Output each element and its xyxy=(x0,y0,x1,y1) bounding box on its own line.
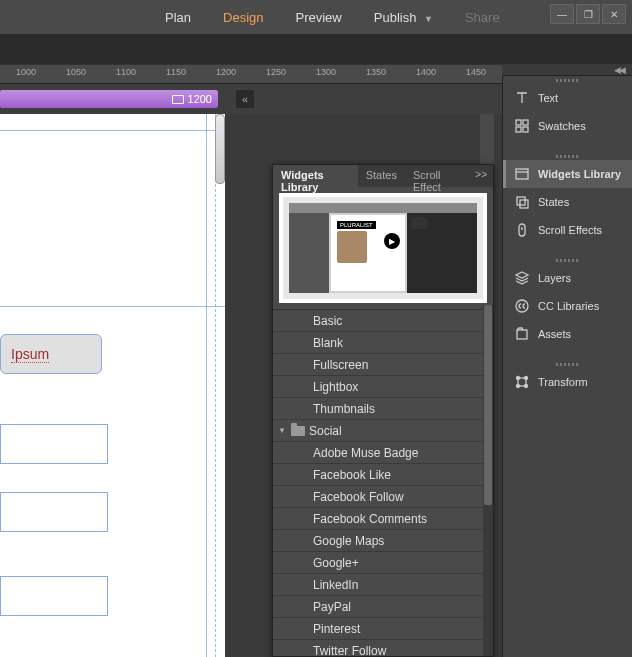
widget-item[interactable]: Basic xyxy=(273,310,493,332)
widget-item-label: Facebook Comments xyxy=(313,512,427,526)
tab-widgets-library[interactable]: Widgets Library xyxy=(273,165,358,187)
svg-point-15 xyxy=(517,385,520,388)
guide-line[interactable] xyxy=(206,114,207,657)
ruler-tick: 1400 xyxy=(416,67,436,77)
dock-panel-text[interactable]: Text xyxy=(503,84,632,112)
widget-item[interactable]: Blank xyxy=(273,332,493,354)
panel-group-grip[interactable] xyxy=(503,256,632,264)
menu-design[interactable]: Design xyxy=(223,10,263,25)
disclosure-triangle-icon: ▼ xyxy=(277,426,287,435)
ruler-tick: 1200 xyxy=(216,67,236,77)
svg-rect-2 xyxy=(516,127,521,132)
menu-publish[interactable]: Publish ▼ xyxy=(374,10,433,25)
canvas-edge-handle[interactable] xyxy=(215,114,225,184)
dock-panel-label: States xyxy=(538,196,569,208)
dock-panel-swatches[interactable]: Swatches xyxy=(503,112,632,140)
minimize-button[interactable]: — xyxy=(550,4,574,24)
panel-separator xyxy=(503,396,632,408)
svg-rect-0 xyxy=(516,120,521,125)
scrollbar-thumb[interactable] xyxy=(484,305,492,505)
dock-panel-widgets-library[interactable]: Widgets Library xyxy=(503,160,632,188)
widget-item-label: Lightbox xyxy=(313,380,358,394)
layers-icon xyxy=(514,270,530,286)
svg-rect-6 xyxy=(517,197,525,205)
dock-panel-label: CC Libraries xyxy=(538,300,599,312)
empty-frame[interactable] xyxy=(0,492,108,532)
selected-text-frame[interactable]: Ipsum xyxy=(0,334,102,374)
panel-group-grip[interactable] xyxy=(503,360,632,368)
tab-states[interactable]: States xyxy=(358,165,405,187)
dock-panel-states[interactable]: States xyxy=(503,188,632,216)
ruler-tick: 1350 xyxy=(366,67,386,77)
menu-share: Share xyxy=(465,10,500,25)
widget-item[interactable]: Google+ xyxy=(273,552,493,574)
restore-button[interactable]: ❐ xyxy=(576,4,600,24)
panel-flyout-button[interactable]: >> xyxy=(469,165,493,187)
widget-item[interactable]: Pinterest xyxy=(273,618,493,640)
swatches-icon xyxy=(514,118,530,134)
widget-item[interactable]: LinkedIn xyxy=(273,574,493,596)
widget-item[interactable]: Facebook Like xyxy=(273,464,493,486)
collapse-chevrons-icon: ◀◀ xyxy=(614,65,624,75)
guide-line[interactable] xyxy=(215,114,216,657)
widget-item-label: Facebook Follow xyxy=(313,490,404,504)
widget-preview: PLURALIST ▶ xyxy=(279,193,487,303)
widgets-icon xyxy=(514,166,530,182)
guide-line[interactable] xyxy=(0,306,225,307)
empty-frame[interactable] xyxy=(0,424,108,464)
dock-panel-scroll-effects[interactable]: Scroll Effects xyxy=(503,216,632,244)
widgets-scrollbar[interactable] xyxy=(483,305,493,656)
desktop-icon xyxy=(172,95,184,104)
svg-rect-3 xyxy=(523,127,528,132)
empty-frame[interactable] xyxy=(0,576,108,616)
widget-category[interactable]: ▼Social xyxy=(273,420,493,442)
widget-item[interactable]: Facebook Comments xyxy=(273,508,493,530)
transform-icon xyxy=(514,374,530,390)
widget-item[interactable]: Google Maps xyxy=(273,530,493,552)
guide-line[interactable] xyxy=(0,130,225,131)
tab-scroll-effect[interactable]: Scroll Effect xyxy=(405,165,469,187)
widget-item[interactable]: Adobe Muse Badge xyxy=(273,442,493,464)
widget-item[interactable]: Lightbox xyxy=(273,376,493,398)
dock-collapse-row[interactable]: ◀◀ xyxy=(502,64,632,76)
widget-item[interactable]: Fullscreen xyxy=(273,354,493,376)
widget-item-label: Adobe Muse Badge xyxy=(313,446,418,460)
menu-plan[interactable]: Plan xyxy=(165,10,191,25)
breakpoint-collapse-button[interactable]: « xyxy=(236,90,254,108)
svg-point-10 xyxy=(516,300,528,312)
menu-preview[interactable]: Preview xyxy=(296,10,342,25)
close-button[interactable]: ✕ xyxy=(602,4,626,24)
breakpoint-segment[interactable]: 1200 xyxy=(0,90,218,108)
svg-rect-7 xyxy=(520,200,528,208)
panel-separator xyxy=(503,244,632,256)
dock-panel-label: Assets xyxy=(538,328,571,340)
design-canvas[interactable]: Ipsum xyxy=(0,114,225,657)
horizontal-ruler[interactable]: 1000105011001150120012501300135014001450 xyxy=(0,64,502,84)
svg-point-13 xyxy=(517,377,520,380)
breakpoint-label: 1200 xyxy=(188,93,212,105)
scroll-icon xyxy=(514,222,530,238)
dock-panel-transform[interactable]: Transform xyxy=(503,368,632,396)
widget-item-label: PayPal xyxy=(313,600,351,614)
states-icon xyxy=(514,194,530,210)
svg-point-14 xyxy=(525,377,528,380)
panel-group-grip[interactable] xyxy=(503,76,632,84)
dock-panel-layers[interactable]: Layers xyxy=(503,264,632,292)
widget-item[interactable]: Thumbnails xyxy=(273,398,493,420)
widgets-list: BasicBlankFullscreenLightboxThumbnails▼S… xyxy=(273,309,493,657)
widget-item-label: Fullscreen xyxy=(313,358,368,372)
ruler-tick: 1050 xyxy=(66,67,86,77)
play-icon: ▶ xyxy=(384,233,400,249)
dock-panel-assets[interactable]: Assets xyxy=(503,320,632,348)
widget-item[interactable]: PayPal xyxy=(273,596,493,618)
ruler-tick: 1450 xyxy=(466,67,486,77)
dock-panel-label: Widgets Library xyxy=(538,168,621,180)
widget-item[interactable]: Twitter Follow xyxy=(273,640,493,657)
folder-icon xyxy=(291,426,305,436)
top-menubar: Plan Design Preview Publish ▼ Share — ❐ … xyxy=(0,0,632,34)
dock-panel-cc-libraries[interactable]: CC Libraries xyxy=(503,292,632,320)
widget-item[interactable]: Facebook Follow xyxy=(273,486,493,508)
panel-separator xyxy=(503,348,632,360)
dock-panel-label: Layers xyxy=(538,272,571,284)
panel-group-grip[interactable] xyxy=(503,152,632,160)
